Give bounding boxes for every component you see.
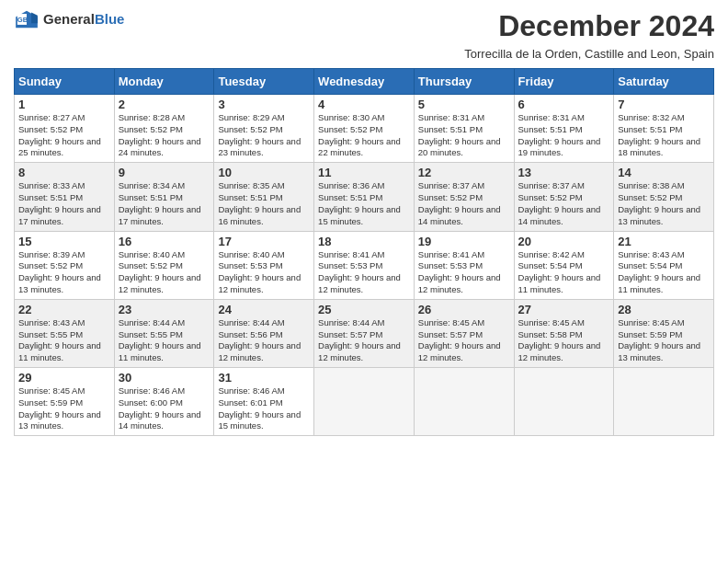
- day-number: 23: [119, 303, 210, 316]
- day-cell: 29 Sunrise: 8:45 AMSunset: 5:59 PMDaylig…: [15, 368, 115, 436]
- header: GB GeneralBlue December 2024: [14, 9, 714, 43]
- day-info: Sunrise: 8:44 AMSunset: 5:56 PMDaylight:…: [218, 317, 301, 362]
- col-header-friday: Friday: [514, 69, 614, 95]
- week-row-2: 8 Sunrise: 8:33 AMSunset: 5:51 PMDayligh…: [15, 163, 714, 231]
- week-row-5: 29 Sunrise: 8:45 AMSunset: 5:59 PMDaylig…: [15, 368, 714, 436]
- day-cell: [614, 368, 714, 436]
- day-number: 11: [318, 166, 410, 179]
- day-info: Sunrise: 8:46 AMSunset: 6:00 PMDaylight:…: [119, 385, 201, 431]
- calendar-table: SundayMondayTuesdayWednesdayThursdayFrid…: [14, 68, 714, 436]
- day-info: Sunrise: 8:38 AMSunset: 5:52 PMDaylight:…: [618, 180, 700, 225]
- day-info: Sunrise: 8:41 AMSunset: 5:53 PMDaylight:…: [418, 249, 501, 294]
- day-cell: 15 Sunrise: 8:39 AMSunset: 5:52 PMDaylig…: [15, 231, 115, 299]
- day-number: 16: [119, 235, 210, 248]
- logo-icon: GB: [14, 9, 40, 29]
- day-info: Sunrise: 8:29 AMSunset: 5:52 PMDaylight:…: [218, 112, 301, 157]
- svg-text:GB: GB: [17, 16, 28, 24]
- col-header-tuesday: Tuesday: [214, 69, 314, 95]
- day-number: 31: [218, 371, 310, 385]
- header-row: SundayMondayTuesdayWednesdayThursdayFrid…: [15, 69, 714, 95]
- day-number: 19: [418, 235, 510, 248]
- day-info: Sunrise: 8:37 AMSunset: 5:52 PMDaylight:…: [418, 180, 501, 225]
- col-header-thursday: Thursday: [414, 69, 514, 95]
- day-info: Sunrise: 8:45 AMSunset: 5:59 PMDaylight:…: [618, 317, 700, 362]
- col-header-saturday: Saturday: [614, 69, 714, 95]
- day-cell: 19 Sunrise: 8:41 AMSunset: 5:53 PMDaylig…: [414, 231, 514, 299]
- day-info: Sunrise: 8:44 AMSunset: 5:57 PMDaylight:…: [318, 317, 401, 362]
- day-number: 10: [218, 166, 310, 179]
- day-number: 1: [18, 98, 110, 111]
- day-number: 26: [418, 303, 510, 316]
- day-info: Sunrise: 8:36 AMSunset: 5:51 PMDaylight:…: [318, 180, 401, 225]
- day-info: Sunrise: 8:37 AMSunset: 5:52 PMDaylight:…: [518, 180, 601, 225]
- day-cell: 10 Sunrise: 8:35 AMSunset: 5:51 PMDaylig…: [214, 163, 314, 231]
- title-area: December 2024: [498, 9, 714, 43]
- day-cell: 7 Sunrise: 8:32 AMSunset: 5:51 PMDayligh…: [614, 95, 714, 163]
- day-cell: 1 Sunrise: 8:27 AMSunset: 5:52 PMDayligh…: [15, 95, 115, 163]
- day-cell: [414, 368, 514, 436]
- day-cell: 18 Sunrise: 8:41 AMSunset: 5:53 PMDaylig…: [314, 231, 415, 299]
- day-cell: 3 Sunrise: 8:29 AMSunset: 5:52 PMDayligh…: [214, 95, 314, 163]
- day-number: 6: [518, 98, 610, 111]
- day-cell: 28 Sunrise: 8:45 AMSunset: 5:59 PMDaylig…: [614, 299, 714, 367]
- day-number: 29: [18, 371, 110, 385]
- day-cell: 21 Sunrise: 8:43 AMSunset: 5:54 PMDaylig…: [614, 231, 714, 299]
- day-cell: 13 Sunrise: 8:37 AMSunset: 5:52 PMDaylig…: [514, 163, 614, 231]
- day-info: Sunrise: 8:39 AMSunset: 5:52 PMDaylight:…: [18, 249, 101, 294]
- week-row-4: 22 Sunrise: 8:43 AMSunset: 5:55 PMDaylig…: [15, 299, 714, 367]
- day-number: 24: [218, 303, 310, 316]
- day-info: Sunrise: 8:43 AMSunset: 5:55 PMDaylight:…: [18, 317, 101, 362]
- day-info: Sunrise: 8:31 AMSunset: 5:51 PMDaylight:…: [418, 112, 501, 157]
- day-info: Sunrise: 8:27 AMSunset: 5:52 PMDaylight:…: [18, 112, 101, 157]
- day-cell: 16 Sunrise: 8:40 AMSunset: 5:52 PMDaylig…: [114, 231, 214, 299]
- logo: GB GeneralBlue: [14, 9, 124, 29]
- day-number: 17: [218, 235, 310, 248]
- day-number: 28: [618, 303, 710, 316]
- day-info: Sunrise: 8:44 AMSunset: 5:55 PMDaylight:…: [119, 317, 201, 362]
- day-number: 22: [18, 303, 110, 316]
- day-cell: 26 Sunrise: 8:45 AMSunset: 5:57 PMDaylig…: [414, 299, 514, 367]
- day-cell: 23 Sunrise: 8:44 AMSunset: 5:55 PMDaylig…: [114, 299, 214, 367]
- day-info: Sunrise: 8:40 AMSunset: 5:52 PMDaylight:…: [119, 249, 201, 294]
- day-number: 2: [119, 98, 210, 111]
- day-info: Sunrise: 8:43 AMSunset: 5:54 PMDaylight:…: [618, 249, 700, 294]
- col-header-sunday: Sunday: [15, 69, 115, 95]
- day-cell: 22 Sunrise: 8:43 AMSunset: 5:55 PMDaylig…: [15, 299, 115, 367]
- day-info: Sunrise: 8:41 AMSunset: 5:53 PMDaylight:…: [318, 249, 401, 294]
- day-cell: 6 Sunrise: 8:31 AMSunset: 5:51 PMDayligh…: [514, 95, 614, 163]
- day-info: Sunrise: 8:45 AMSunset: 5:57 PMDaylight:…: [418, 317, 501, 362]
- day-number: 25: [318, 303, 410, 316]
- col-header-monday: Monday: [114, 69, 214, 95]
- day-number: 14: [618, 166, 710, 179]
- day-cell: 24 Sunrise: 8:44 AMSunset: 5:56 PMDaylig…: [214, 299, 314, 367]
- col-header-wednesday: Wednesday: [314, 69, 415, 95]
- day-info: Sunrise: 8:45 AMSunset: 5:59 PMDaylight:…: [18, 385, 101, 431]
- day-cell: 30 Sunrise: 8:46 AMSunset: 6:00 PMDaylig…: [114, 368, 214, 436]
- day-number: 4: [318, 98, 410, 111]
- day-info: Sunrise: 8:35 AMSunset: 5:51 PMDaylight:…: [218, 180, 301, 225]
- day-info: Sunrise: 8:45 AMSunset: 5:58 PMDaylight:…: [518, 317, 601, 362]
- day-info: Sunrise: 8:34 AMSunset: 5:51 PMDaylight:…: [119, 180, 201, 225]
- day-number: 27: [518, 303, 610, 316]
- day-number: 18: [318, 235, 410, 248]
- day-cell: 2 Sunrise: 8:28 AMSunset: 5:52 PMDayligh…: [114, 95, 214, 163]
- day-info: Sunrise: 8:42 AMSunset: 5:54 PMDaylight:…: [518, 249, 601, 294]
- day-cell: 17 Sunrise: 8:40 AMSunset: 5:53 PMDaylig…: [214, 231, 314, 299]
- day-number: 13: [518, 166, 610, 179]
- day-cell: 31 Sunrise: 8:46 AMSunset: 6:01 PMDaylig…: [214, 368, 314, 436]
- day-info: Sunrise: 8:32 AMSunset: 5:51 PMDaylight:…: [618, 112, 700, 157]
- day-number: 7: [618, 98, 710, 111]
- day-cell: 11 Sunrise: 8:36 AMSunset: 5:51 PMDaylig…: [314, 163, 415, 231]
- day-info: Sunrise: 8:31 AMSunset: 5:51 PMDaylight:…: [518, 112, 601, 157]
- day-cell: 4 Sunrise: 8:30 AMSunset: 5:52 PMDayligh…: [314, 95, 415, 163]
- logo-text: GeneralBlue: [43, 11, 124, 28]
- day-number: 8: [18, 166, 110, 179]
- day-info: Sunrise: 8:33 AMSunset: 5:51 PMDaylight:…: [18, 180, 101, 225]
- day-number: 12: [418, 166, 510, 179]
- day-cell: 25 Sunrise: 8:44 AMSunset: 5:57 PMDaylig…: [314, 299, 415, 367]
- day-number: 21: [618, 235, 710, 248]
- day-cell: 9 Sunrise: 8:34 AMSunset: 5:51 PMDayligh…: [114, 163, 214, 231]
- day-info: Sunrise: 8:28 AMSunset: 5:52 PMDaylight:…: [119, 112, 201, 157]
- day-cell: [314, 368, 415, 436]
- day-info: Sunrise: 8:30 AMSunset: 5:52 PMDaylight:…: [318, 112, 401, 157]
